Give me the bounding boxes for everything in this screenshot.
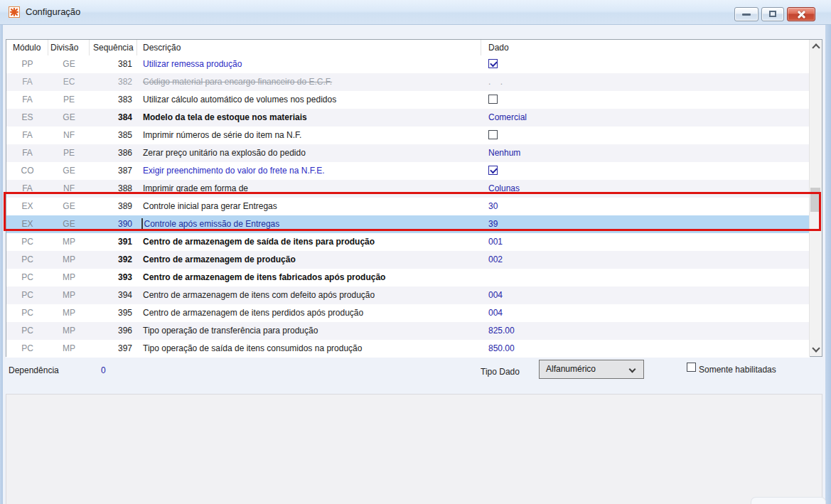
column-header-descricao[interactable]: Descrição bbox=[137, 40, 481, 55]
cell-modulo: EX bbox=[6, 215, 48, 233]
table-row[interactable]: PCMP396Tipo operação de transferência pa… bbox=[6, 322, 810, 340]
table-row[interactable]: EXGE390Controle após emissão de Entregas… bbox=[6, 215, 810, 233]
cell-descricao: Exigir preenchimento do valor do frete n… bbox=[137, 162, 481, 180]
cell-modulo: FA bbox=[6, 73, 48, 91]
cell-dado bbox=[481, 127, 810, 144]
cell-dado: 004 bbox=[481, 304, 810, 322]
cell-modulo: EX bbox=[6, 198, 48, 215]
cell-dado-value: Nenhum bbox=[488, 148, 520, 158]
config-table: Módulo Divisão Sequência Descrição Dado … bbox=[6, 39, 822, 357]
maximize-button[interactable] bbox=[761, 7, 784, 21]
column-header-sequencia[interactable]: Sequência bbox=[90, 40, 137, 55]
cell-descricao: Centro de armazenagem de saída de itens … bbox=[137, 233, 481, 251]
chevron-up-icon bbox=[812, 43, 820, 51]
cell-divisao: GE bbox=[48, 55, 90, 73]
cell-divisao: MP bbox=[48, 340, 90, 358]
cell-dado bbox=[481, 91, 810, 109]
cell-descricao: Zerar preço unitário na explosão do pedi… bbox=[137, 144, 481, 162]
config-table-header: Módulo Divisão Sequência Descrição Dado bbox=[6, 40, 810, 56]
minimize-icon bbox=[742, 14, 751, 16]
maximize-icon bbox=[769, 11, 776, 17]
table-row[interactable]: PPGE381Utilizar remessa produção bbox=[6, 55, 810, 73]
cell-sequencia: 391 bbox=[90, 233, 137, 251]
cell-descricao: Imprimir grade em forma de bbox=[137, 180, 481, 198]
cell-modulo: PC bbox=[6, 340, 48, 358]
column-header-divisao[interactable]: Divisão bbox=[48, 40, 90, 55]
cell-sequencia: 396 bbox=[90, 322, 137, 340]
table-row[interactable]: FANF385Imprimir números de série do item… bbox=[6, 127, 810, 144]
cell-divisao: EC bbox=[48, 73, 90, 91]
title-bar[interactable]: Configuração bbox=[0, 0, 831, 25]
table-row[interactable]: PCMP394Centro de armazenagem de itens co… bbox=[6, 286, 810, 304]
chevron-down-icon bbox=[629, 366, 636, 373]
scroll-up-button[interactable] bbox=[810, 41, 822, 53]
vertical-scrollbar[interactable] bbox=[809, 40, 822, 356]
dependencia-value: 0 bbox=[101, 365, 106, 375]
table-row[interactable]: FANF388Imprimir grade em forma deColunas bbox=[6, 180, 810, 198]
scroll-down-button[interactable] bbox=[810, 343, 822, 355]
row-checkbox[interactable] bbox=[488, 95, 498, 104]
cell-divisao: NF bbox=[48, 180, 90, 198]
cell-dado: 001 bbox=[481, 233, 810, 251]
cell-divisao: GE bbox=[48, 109, 90, 127]
somente-habilitadas-label: Somente habilitadas bbox=[699, 365, 776, 375]
cell-modulo: CO bbox=[6, 162, 48, 180]
cell-dado: Colunas bbox=[481, 180, 810, 198]
window-title: Configuração bbox=[26, 6, 80, 17]
cell-modulo: PC bbox=[6, 304, 48, 322]
cell-descricao: Tipo operação de transferência para prod… bbox=[137, 322, 481, 340]
table-row[interactable]: ESGE384Modelo da tela de estoque nos mat… bbox=[6, 109, 810, 127]
text-cursor bbox=[141, 218, 143, 229]
table-row[interactable]: EXGE389Controle inicial para gerar Entre… bbox=[6, 198, 810, 215]
cell-dado: 004 bbox=[481, 286, 810, 304]
cell-descricao: Centro de armazenagem de produção bbox=[137, 251, 481, 269]
cell-modulo: PC bbox=[6, 286, 48, 304]
table-row[interactable]: PCMP393Centro de armazenagem de itens fa… bbox=[6, 269, 810, 286]
table-row[interactable]: FAPE383Utilizar cálculo automático de vo… bbox=[6, 91, 810, 109]
table-row[interactable]: FAEC382Código material para encargo fina… bbox=[6, 73, 810, 91]
tipo-dado-select[interactable]: Alfanumérico bbox=[539, 360, 644, 379]
cell-divisao: NF bbox=[48, 127, 90, 144]
cell-sequencia: 397 bbox=[90, 340, 137, 358]
cell-sequencia: 387 bbox=[90, 162, 137, 180]
cell-sequencia: 381 bbox=[90, 55, 137, 73]
cell-sequencia: 393 bbox=[90, 269, 137, 286]
cell-divisao: GE bbox=[48, 198, 90, 215]
row-checkbox[interactable] bbox=[488, 166, 498, 175]
app-icon bbox=[9, 6, 20, 18]
cell-dado-value: 39 bbox=[488, 219, 498, 229]
cell-divisao: MP bbox=[48, 304, 90, 322]
close-button[interactable] bbox=[787, 7, 815, 21]
scrollbar-thumb[interactable] bbox=[810, 188, 820, 212]
table-row[interactable]: PCMP395Centro de armazenagem de itens pe… bbox=[6, 304, 810, 322]
cell-dado: Comercial bbox=[481, 109, 810, 127]
column-header-modulo[interactable]: Módulo bbox=[6, 40, 48, 55]
row-checkbox[interactable] bbox=[488, 130, 498, 139]
cell-sequencia: 382 bbox=[90, 73, 137, 91]
cell-dado: 002 bbox=[481, 251, 810, 269]
cell-dado-value: 850.00 bbox=[488, 343, 515, 353]
table-row[interactable]: PCMP397Tipo operação de saída de itens c… bbox=[6, 340, 810, 358]
cell-modulo: FA bbox=[6, 180, 48, 198]
cell-divisao: PE bbox=[48, 91, 90, 109]
table-row[interactable]: COGE387Exigir preenchimento do valor do … bbox=[6, 162, 810, 180]
cell-divisao: GE bbox=[48, 162, 90, 180]
cell-dado: 825.00 bbox=[481, 322, 810, 340]
cell-dado-value: 004 bbox=[488, 308, 503, 318]
minimize-button[interactable] bbox=[734, 7, 758, 21]
cell-descricao: Centro de armazenagem de itens com defei… bbox=[137, 286, 481, 304]
cell-descricao: Controle após emissão de Entregas bbox=[137, 215, 481, 233]
table-row[interactable]: PCMP392Centro de armazenagem de produção… bbox=[6, 251, 810, 269]
column-header-dado[interactable]: Dado bbox=[481, 40, 810, 55]
cell-divisao: MP bbox=[48, 322, 90, 340]
row-checkbox[interactable] bbox=[488, 59, 498, 68]
table-row[interactable]: PCMP391Centro de armazenagem de saída de… bbox=[6, 233, 810, 251]
cell-dado bbox=[481, 162, 810, 180]
cell-sequencia: 388 bbox=[90, 180, 137, 198]
table-row[interactable]: FAPE386Zerar preço unitário na explosão … bbox=[6, 144, 810, 162]
cell-descricao: Centro de armazenagem de itens perdidos … bbox=[137, 304, 481, 322]
cell-sequencia: 389 bbox=[90, 198, 137, 215]
somente-habilitadas-checkbox[interactable] bbox=[687, 363, 696, 372]
cell-modulo: FA bbox=[6, 127, 48, 144]
cell-modulo: FA bbox=[6, 91, 48, 109]
